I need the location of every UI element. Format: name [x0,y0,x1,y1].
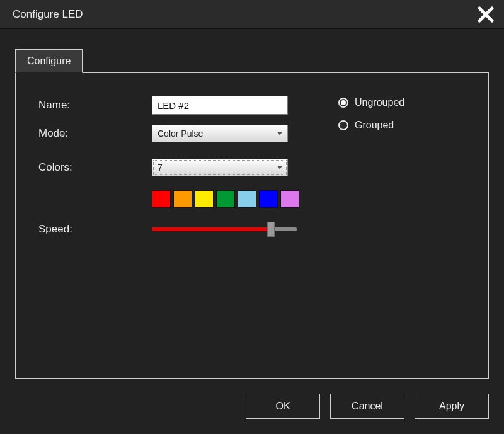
slider-fill [152,227,271,231]
configure-led-window: Configure LED Configure Name: [0,0,504,434]
color-swatch-2[interactable] [173,190,192,208]
chevron-down-icon [277,132,282,135]
slider-thumb[interactable] [267,222,275,237]
cancel-button[interactable]: Cancel [330,394,404,419]
grouping-radios: Ungrouped Grouped [338,96,404,186]
button-bar: OK Cancel Apply [246,394,489,419]
color-swatches [152,190,466,208]
speed-slider[interactable] [152,222,297,237]
radio-label: Ungrouped [355,97,404,108]
colors-label: Colors: [38,161,152,174]
close-icon [477,6,495,23]
name-label: Name: [38,99,152,111]
color-swatch-3[interactable] [195,190,214,208]
color-swatch-4[interactable] [216,190,235,208]
speed-label: Speed: [38,223,152,236]
radio-icon [338,120,348,130]
color-swatch-7[interactable] [280,190,299,208]
radio-icon [338,98,348,108]
apply-button[interactable]: Apply [415,394,489,419]
colors-select-value: 7 [158,163,163,173]
radio-label: Grouped [355,120,394,131]
ok-button[interactable]: OK [246,394,320,419]
button-label: Apply [439,401,464,412]
mode-select[interactable]: Color Pulse [152,125,288,142]
mode-label: Mode: [38,127,152,140]
window-title: Configure LED [13,8,83,21]
colors-select[interactable]: 7 [152,159,288,176]
tab-configure[interactable]: Configure [15,49,83,73]
left-fields: Name: Mode: Color Pulse [38,96,288,186]
titlebar: Configure LED [0,0,504,29]
color-swatch-5[interactable] [238,190,256,208]
radio-ungrouped[interactable]: Ungrouped [338,97,404,108]
tab-panel: Name: Mode: Color Pulse [15,72,489,379]
button-label: Cancel [352,401,383,412]
content-area: Configure Name: Mode: Color [0,29,504,434]
color-swatch-1[interactable] [152,190,171,208]
radio-grouped[interactable]: Grouped [338,120,404,131]
button-label: OK [275,401,290,412]
color-swatch-6[interactable] [259,190,278,208]
mode-select-value: Color Pulse [158,128,203,139]
close-button[interactable] [475,4,496,25]
chevron-down-icon [277,166,282,169]
tab-label: Configure [27,55,71,67]
name-input[interactable] [152,96,288,115]
